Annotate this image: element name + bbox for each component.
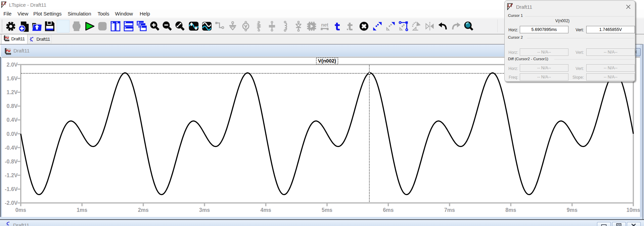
svg-text:7ms: 7ms [444,207,455,213]
svg-text:2.0V: 2.0V [7,62,18,68]
svg-text:8ms: 8ms [505,207,516,213]
svg-text:-0.8V: -0.8V [5,159,18,164]
svg-text:1ms: 1ms [77,207,87,213]
svg-text:0ms: 0ms [15,207,26,213]
svg-text:4ms: 4ms [261,207,271,213]
svg-text:2ms: 2ms [138,207,149,213]
svg-text:10ms: 10ms [627,207,640,213]
svg-text:5ms: 5ms [322,207,332,213]
svg-text:9ms: 9ms [567,207,578,213]
svg-text:1.6V: 1.6V [7,76,18,81]
svg-text:V(n002): V(n002) [318,58,336,64]
svg-text:0.8V: 0.8V [7,103,18,109]
svg-text:0.0V: 0.0V [7,131,18,137]
svg-text:-1.6V: -1.6V [5,186,18,192]
svg-text:-1.2V: -1.2V [5,173,18,178]
svg-text:LT: LT [507,3,513,8]
svg-text:6ms: 6ms [383,207,394,213]
svg-text:3ms: 3ms [199,207,210,213]
svg-text:1.2V: 1.2V [7,89,18,95]
svg-text:-0.4V: -0.4V [5,145,18,151]
svg-text:-2.0V: -2.0V [5,200,18,206]
svg-text:0.4V: 0.4V [7,117,18,123]
